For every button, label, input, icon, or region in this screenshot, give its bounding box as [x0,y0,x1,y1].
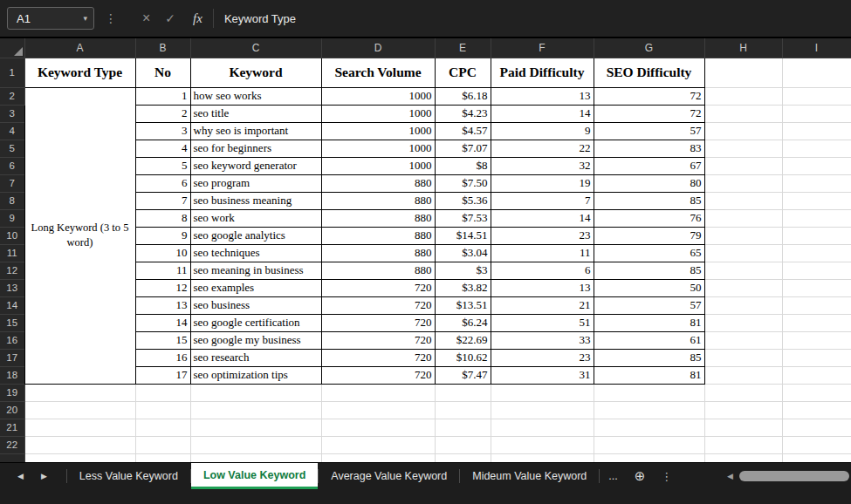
column-header-d[interactable]: D [321,38,435,58]
cell-search-volume[interactable]: 1000 [321,105,435,122]
empty-cell[interactable] [135,401,190,419]
cell-keyword[interactable]: seo meaning in business [190,262,321,279]
row-header[interactable]: 7 [0,174,24,192]
cell-no[interactable]: 6 [135,174,190,192]
cell-no[interactable]: 7 [135,192,190,209]
cell-search-volume[interactable]: 720 [321,314,435,331]
empty-cell[interactable] [704,366,782,384]
header-paid-difficulty[interactable]: Paid Difficulty [491,58,594,87]
empty-cell[interactable] [782,262,851,279]
cell-search-volume[interactable]: 1000 [321,122,435,140]
tab-scroll-right-icon[interactable]: ▶ [41,472,47,480]
cell-cpc[interactable]: $6.24 [435,314,491,331]
empty-cell[interactable] [704,209,782,227]
empty-cell[interactable] [782,436,851,453]
empty-cell[interactable] [782,349,851,366]
row-header[interactable]: 20 [0,401,24,419]
row-header[interactable]: 17 [0,349,24,366]
cell-keyword[interactable]: seo program [190,174,321,192]
empty-cell[interactable] [704,140,782,157]
empty-cell[interactable] [704,87,782,105]
row-header[interactable]: 11 [0,244,24,262]
cell-search-volume[interactable]: 720 [321,349,435,366]
cell-no[interactable]: 14 [135,314,190,331]
header-keyword[interactable]: Keyword [190,58,321,87]
empty-cell[interactable] [321,419,435,436]
cell-no[interactable]: 11 [135,262,190,279]
empty-cell[interactable] [24,436,135,453]
cell-no[interactable]: 16 [135,349,190,366]
cell-search-volume[interactable]: 720 [321,279,435,296]
cell-seo-difficulty[interactable]: 85 [594,262,704,279]
empty-cell[interactable] [782,401,851,419]
cell-cpc[interactable]: $8 [435,157,491,174]
row-header[interactable]: 14 [0,296,24,314]
empty-cell[interactable] [321,453,435,462]
empty-cell[interactable] [190,401,321,419]
more-options-icon[interactable]: ⋮ [105,11,117,25]
cell-paid-difficulty[interactable]: 22 [491,140,594,157]
empty-cell[interactable] [321,436,435,453]
empty-cell[interactable] [435,436,491,453]
cell-seo-difficulty[interactable]: 79 [594,227,704,244]
cell-cpc[interactable]: $7.07 [435,140,491,157]
empty-cell[interactable] [704,157,782,174]
cell-keyword[interactable]: seo techniques [190,244,321,262]
cell-keyword[interactable]: seo google analytics [190,227,321,244]
cell-keyword[interactable]: seo research [190,349,321,366]
empty-cell[interactable] [782,58,851,87]
empty-cell[interactable] [704,279,782,296]
cell-no[interactable]: 15 [135,331,190,349]
cancel-icon[interactable]: × [142,10,150,26]
cell-paid-difficulty[interactable]: 19 [491,174,594,192]
tab-options-icon[interactable]: ⋮ [653,463,680,489]
cell-seo-difficulty[interactable]: 61 [594,331,704,349]
empty-cell[interactable] [491,419,594,436]
tab-scroll-left-icon[interactable]: ◀ [17,472,24,480]
empty-cell[interactable] [24,401,135,419]
empty-cell[interactable] [135,453,190,462]
scrollbar-left-arrow-icon[interactable]: ◀ [721,472,739,480]
header-search-volume[interactable]: Search Volume [321,58,435,87]
empty-cell[interactable] [24,453,135,462]
empty-cell[interactable] [704,244,782,262]
empty-cell[interactable] [435,419,491,436]
row-header[interactable]: 8 [0,192,24,209]
column-header-h[interactable]: H [704,38,782,58]
empty-cell[interactable] [704,453,782,462]
empty-cell[interactable] [435,453,491,462]
header-keyword-type[interactable]: Keyword Type [24,58,135,87]
cell-keyword[interactable]: seo for beginners [190,140,321,157]
empty-cell[interactable] [782,87,851,105]
cell-cpc[interactable]: $5.36 [435,192,491,209]
cell-search-volume[interactable]: 880 [321,244,435,262]
empty-cell[interactable] [321,401,435,419]
cell-search-volume[interactable]: 1000 [321,140,435,157]
cell-keyword[interactable]: seo business meaning [190,192,321,209]
cell-seo-difficulty[interactable]: 81 [594,366,704,384]
cell-no[interactable]: 13 [135,296,190,314]
cell-keyword[interactable]: seo google certification [190,314,321,331]
empty-cell[interactable] [435,384,491,401]
empty-cell[interactable] [782,296,851,314]
cell-paid-difficulty[interactable]: 32 [491,157,594,174]
horizontal-scrollbar[interactable]: ◀ [721,463,851,489]
cell-no[interactable]: 4 [135,140,190,157]
cell-search-volume[interactable]: 880 [321,262,435,279]
column-header-b[interactable]: B [135,38,190,58]
column-header-i[interactable]: I [782,38,851,58]
row-header[interactable]: 9 [0,209,24,227]
cell-cpc[interactable]: $13.51 [435,296,491,314]
empty-cell[interactable] [594,384,704,401]
cell-cpc[interactable]: $4.57 [435,122,491,140]
header-no[interactable]: No [135,58,190,87]
cell-cpc[interactable]: $3 [435,262,491,279]
cell-search-volume[interactable]: 1000 [321,87,435,105]
empty-cell[interactable] [782,366,851,384]
row-header[interactable]: 2 [0,87,24,105]
empty-cell[interactable] [704,105,782,122]
empty-cell[interactable] [135,436,190,453]
row-header[interactable]: 3 [0,105,24,122]
empty-cell[interactable] [704,174,782,192]
cell-no[interactable]: 9 [135,227,190,244]
